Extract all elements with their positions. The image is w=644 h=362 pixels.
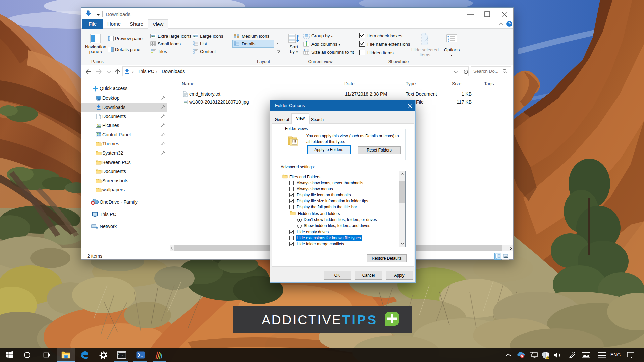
svg-text:!: ! [547,356,548,359]
svg-text:C:\_: C:\_ [118,354,123,356]
svg-text:C:\: C:\ [118,352,120,353]
